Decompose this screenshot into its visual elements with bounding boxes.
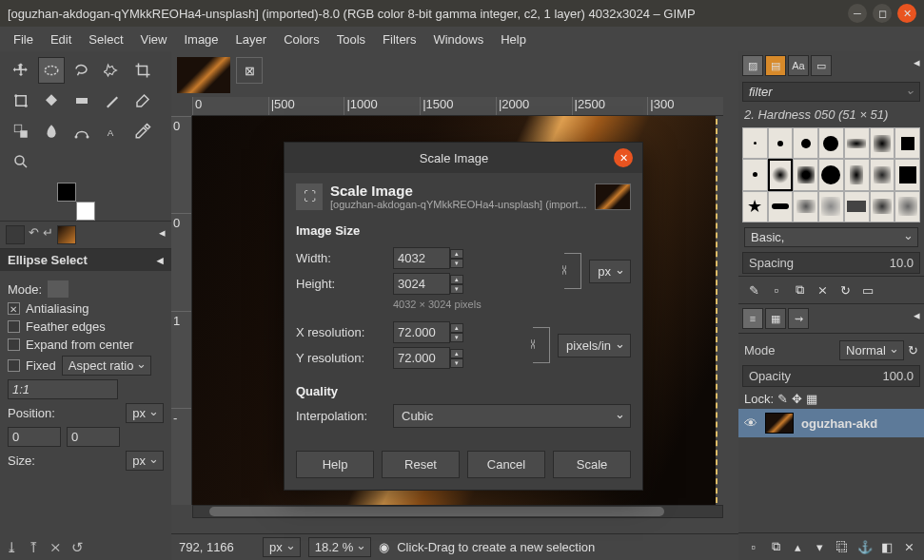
menu-help[interactable]: Help: [493, 29, 534, 50]
pos-unit[interactable]: px: [126, 403, 164, 423]
refresh-brush-icon[interactable]: ↻: [836, 280, 855, 299]
interpolation-dropdown[interactable]: Cubic: [393, 404, 631, 428]
fg-color[interactable]: [57, 183, 76, 202]
text-tool[interactable]: A: [99, 118, 126, 145]
minimize-button[interactable]: ─: [848, 4, 867, 23]
lasso-tool[interactable]: [69, 57, 95, 84]
menu-image[interactable]: Image: [176, 29, 226, 50]
tool-options-menu[interactable]: ◂: [157, 253, 164, 267]
height-input[interactable]: [393, 273, 450, 295]
brushes-tab[interactable]: ▨: [742, 55, 763, 76]
dialog-titlebar[interactable]: Scale Image ✕: [285, 143, 642, 173]
ratio-landscape[interactable]: [147, 381, 164, 398]
eraser-tool[interactable]: [129, 87, 156, 114]
image-tab-thumb[interactable]: [177, 57, 230, 93]
spacing-value[interactable]: 10.0: [890, 256, 914, 270]
menu-file[interactable]: File: [6, 29, 41, 50]
menu-edit[interactable]: Edit: [43, 29, 79, 50]
menu-view[interactable]: View: [133, 29, 175, 50]
channels-tab[interactable]: ▦: [765, 308, 786, 329]
mode-sub[interactable]: [101, 280, 122, 298]
fonts-tab[interactable]: Aa: [788, 55, 809, 76]
layers-menu-icon[interactable]: ◂: [914, 308, 920, 329]
ellipse-select-tool[interactable]: [38, 57, 65, 84]
menu-tools[interactable]: Tools: [329, 29, 373, 50]
del-brush-icon[interactable]: ⨯: [813, 280, 832, 299]
size-unit[interactable]: px: [126, 451, 164, 471]
close-button[interactable]: ✕: [897, 4, 916, 23]
crop-tool[interactable]: [129, 57, 156, 84]
path-tool[interactable]: [69, 118, 95, 145]
layer-row[interactable]: 👁 oguzhan-akd: [738, 409, 924, 437]
delete-options-icon[interactable]: ⨯: [49, 539, 62, 556]
menu-layer[interactable]: Layer: [228, 29, 275, 50]
layer-name[interactable]: oguzhan-akd: [801, 416, 877, 431]
mode-reset-icon[interactable]: ↻: [908, 343, 918, 357]
brush-preset[interactable]: Basic,: [744, 227, 918, 247]
fixed-dropdown[interactable]: Aspect ratio: [62, 356, 152, 376]
fixed-checkbox[interactable]: [8, 359, 20, 372]
cancel-button[interactable]: Cancel: [467, 451, 545, 478]
layer-visibility-icon[interactable]: 👁: [744, 415, 757, 431]
history-tab[interactable]: ▭: [811, 55, 832, 76]
edit-brush-icon[interactable]: ✎: [744, 280, 763, 299]
new-brush-icon[interactable]: ▫: [767, 280, 786, 299]
mode-replace[interactable]: [48, 280, 69, 298]
bucket-tool[interactable]: [38, 87, 65, 114]
restore-options-icon[interactable]: ⤒: [28, 539, 40, 556]
mode-int[interactable]: [128, 280, 148, 298]
brush-tool[interactable]: [99, 87, 126, 114]
xres-input[interactable]: [393, 321, 450, 343]
help-button[interactable]: Help: [296, 451, 374, 478]
yres-input[interactable]: [393, 347, 450, 369]
ratio-portrait[interactable]: [124, 381, 141, 398]
layers-tab[interactable]: ≡: [742, 308, 763, 329]
pos-x[interactable]: 0: [8, 427, 61, 447]
move-tool[interactable]: [8, 57, 34, 84]
status-unit[interactable]: px: [263, 537, 301, 557]
images-tab[interactable]: [57, 225, 76, 244]
res-unit-dropdown[interactable]: pixels/in: [558, 334, 631, 357]
menu-colors[interactable]: Colors: [276, 29, 327, 50]
layer-up-icon[interactable]: ▴: [789, 537, 807, 556]
size-unit-dropdown[interactable]: px: [589, 260, 631, 283]
delete-layer-icon[interactable]: ⨯: [900, 537, 918, 556]
layer-group-icon[interactable]: ⧉: [766, 537, 784, 556]
color-swatches[interactable]: [57, 183, 95, 221]
status-zoom[interactable]: 18.2 %: [308, 537, 371, 557]
clone-tool[interactable]: [8, 118, 34, 145]
width-down[interactable]: ▾: [450, 259, 463, 268]
bg-color[interactable]: [76, 202, 95, 221]
res-link-icon[interactable]: [533, 327, 550, 363]
width-up[interactable]: ▴: [450, 249, 463, 259]
antialias-checkbox[interactable]: [8, 302, 20, 315]
dock-menu-icon[interactable]: ◂: [159, 225, 166, 244]
blend-mode[interactable]: Normal: [839, 340, 904, 360]
transform-tool[interactable]: [8, 87, 34, 114]
lock-position-icon[interactable]: ✥: [792, 392, 802, 406]
patterns-tab[interactable]: ▤: [765, 55, 786, 76]
pos-y[interactable]: 0: [67, 427, 120, 447]
color-picker-tool[interactable]: [129, 118, 156, 145]
mask-layer-icon[interactable]: ◧: [877, 537, 895, 556]
undo-icon[interactable]: ↶: [29, 225, 39, 244]
width-input[interactable]: [393, 247, 450, 269]
opacity-value[interactable]: 100.0: [882, 369, 914, 383]
mode-add[interactable]: [74, 280, 95, 298]
ratio-input[interactable]: 1:1: [8, 379, 118, 399]
menu-select[interactable]: Select: [81, 29, 130, 50]
lock-pixels-icon[interactable]: ✎: [777, 392, 788, 406]
feather-checkbox[interactable]: [8, 320, 20, 333]
dup-layer-icon[interactable]: ⿻: [834, 537, 852, 556]
menu-windows[interactable]: Windows: [425, 29, 491, 50]
brush-filter[interactable]: filter: [742, 82, 920, 102]
redo-icon[interactable]: ↵: [43, 225, 53, 244]
reset-button[interactable]: Reset: [382, 451, 460, 478]
new-layer-icon[interactable]: ▫: [744, 537, 762, 556]
smudge-tool[interactable]: [38, 118, 65, 145]
zoom-tool[interactable]: [8, 148, 34, 175]
gradient-tool[interactable]: [69, 87, 95, 114]
fuzzy-select-tool[interactable]: [99, 57, 126, 84]
size-link-icon[interactable]: [564, 253, 581, 289]
height-down[interactable]: ▾: [450, 284, 463, 294]
